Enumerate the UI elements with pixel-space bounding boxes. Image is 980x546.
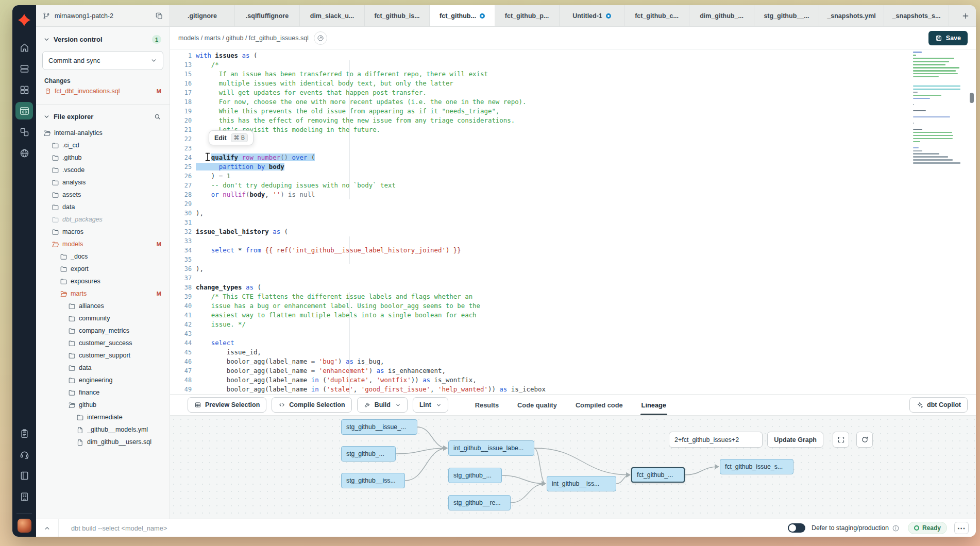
new-tab-button[interactable] xyxy=(955,5,976,26)
save-button[interactable]: Save xyxy=(928,31,968,45)
collapse-panel-button[interactable] xyxy=(36,519,59,537)
rail-item-clipboard[interactable] xyxy=(15,424,33,442)
results-tab-lineage[interactable]: Lineage xyxy=(641,395,666,415)
commit-and-sync-select[interactable]: Commit and sync xyxy=(42,51,163,70)
fullscreen-button[interactable] xyxy=(833,432,849,448)
rail-item-building[interactable] xyxy=(15,488,33,505)
tab-_snapshots_s...[interactable]: _snapshots_s... xyxy=(884,5,949,26)
tree-item-github[interactable]: github xyxy=(36,399,170,411)
explore-icon xyxy=(19,148,30,159)
tab-.sqlfluffignore[interactable]: .sqlfluffignore xyxy=(235,5,300,26)
folder-icon xyxy=(60,253,67,261)
more-options-button[interactable]: ⋯ xyxy=(954,522,969,534)
tab-fct_github_c...[interactable]: fct_github_c... xyxy=(624,5,689,26)
tree-item-.github[interactable]: .github xyxy=(36,151,170,164)
tree-item-finance[interactable]: finance xyxy=(36,386,170,399)
code-editor[interactable]: 1with issues as (13 /*15 If an issue has… xyxy=(170,49,976,394)
rail-item-orchestrate[interactable] xyxy=(15,123,33,141)
minimap[interactable] xyxy=(913,52,965,165)
lineage-node-int_github__issue_labe[interactable]: int_github__issue_labe... xyxy=(448,440,534,456)
tab-dim_github_...[interactable]: dim_github_... xyxy=(689,5,754,26)
tree-item-engineering[interactable]: engineering xyxy=(36,374,170,386)
preview-selection-button[interactable]: Preview Selection xyxy=(188,397,266,413)
edit-popup-button[interactable]: Edit xyxy=(214,134,227,142)
lineage-node-int_github__iss[interactable]: int_github__iss... xyxy=(547,476,616,491)
tree-item-analysis[interactable]: analysis xyxy=(36,176,170,189)
tree-item-alliances[interactable]: alliances xyxy=(36,300,170,312)
lint-button[interactable]: Lint xyxy=(413,397,448,413)
editor-scrollbar-thumb[interactable] xyxy=(970,93,974,103)
lineage-node-stg_github_[interactable]: stg_github_... xyxy=(341,446,396,462)
copy-path-button[interactable] xyxy=(314,31,327,45)
search-icon[interactable] xyxy=(154,113,161,121)
results-tab-results[interactable]: Results xyxy=(475,395,499,415)
lineage-node-stg_github__re[interactable]: stg_github__re... xyxy=(448,495,511,510)
rail-item-deploy[interactable] xyxy=(15,60,33,77)
line-number: 28 xyxy=(170,190,192,199)
version-control-header[interactable]: Version control 1 xyxy=(36,27,170,48)
tab-dim_slack_u...[interactable]: dim_slack_u... xyxy=(300,5,365,26)
tree-item-data[interactable]: data xyxy=(36,362,170,374)
rail-item-explore[interactable] xyxy=(15,144,33,162)
tab-fct_github_p...[interactable]: fct_github_p... xyxy=(495,5,560,26)
tree-item-internal-analytics[interactable]: internal-analytics xyxy=(36,127,170,139)
build-button[interactable]: Build xyxy=(357,397,408,413)
results-tab-compiled-code[interactable]: Compiled code xyxy=(576,395,623,415)
rail-item-catalog[interactable] xyxy=(15,81,33,98)
rail-item-develop[interactable] xyxy=(15,102,33,120)
indent-guide xyxy=(349,292,350,394)
lineage-node-stg_github__iss[interactable]: stg_github__iss... xyxy=(341,473,405,488)
defer-toggle[interactable] xyxy=(788,523,805,533)
tree-item-intermediate[interactable]: intermediate xyxy=(36,411,170,423)
tab-fct_github_is...[interactable]: fct_github_is... xyxy=(365,5,430,26)
tree-item-marts[interactable]: martsM xyxy=(36,287,170,300)
code-line-39: 39 /* This CTE flattens the different is… xyxy=(170,292,909,301)
tree-item-.vscode[interactable]: .vscode xyxy=(36,164,170,176)
file-explorer-header[interactable]: File explorer xyxy=(36,105,170,125)
tree-item-models[interactable]: modelsM xyxy=(36,238,170,250)
tab-Untitled-1[interactable]: Untitled-1 xyxy=(560,5,624,26)
lineage-selector-input[interactable]: 2+fct_github_issues+2 xyxy=(669,432,763,448)
compile-selection-button[interactable]: Compile Selection xyxy=(272,397,351,413)
tab-_snapshots.yml[interactable]: _snapshots.yml xyxy=(819,5,884,26)
command-input[interactable]: dbt build --select <model_name> xyxy=(71,524,788,532)
dbt-copilot-button[interactable]: dbt Copilot xyxy=(909,397,968,413)
tree-item-community[interactable]: community xyxy=(36,312,170,325)
folder-icon xyxy=(52,216,59,224)
tree-item-data[interactable]: data xyxy=(36,201,170,213)
code-line-31: 31 xyxy=(170,218,909,227)
info-icon[interactable] xyxy=(892,524,900,532)
tree-item-_docs[interactable]: _docs xyxy=(36,250,170,263)
branch-selector[interactable]: mirnawong1-patch-2 xyxy=(36,5,170,26)
lineage-node-stg_github_[interactable]: stg_github_... xyxy=(448,468,502,483)
tab-.gitignore[interactable]: .gitignore xyxy=(170,5,235,26)
user-avatar[interactable] xyxy=(18,519,31,533)
tree-item-assets[interactable]: assets xyxy=(36,189,170,201)
rail-item-home[interactable] xyxy=(15,39,33,56)
tree-item-exposures[interactable]: exposures xyxy=(36,275,170,287)
tree-item-customer_support[interactable]: customer_support xyxy=(36,349,170,362)
rail-item-headset[interactable] xyxy=(15,446,33,463)
rail-item-notebook[interactable] xyxy=(15,467,33,484)
changed-file-fct_dbt_invocations.sql[interactable]: fct_dbt_invocations.sqlM xyxy=(36,86,170,97)
tab-stg_github__...[interactable]: stg_github__... xyxy=(754,5,819,26)
tree-item-company_metrics[interactable]: company_metrics xyxy=(36,325,170,337)
lineage-edge xyxy=(685,467,719,475)
refresh-graph-button[interactable] xyxy=(856,432,873,448)
tree-item-macros[interactable]: macros xyxy=(36,226,170,238)
lineage-node-stg_github__issue_[interactable]: stg_github__issue_... xyxy=(341,419,417,435)
tree-item-export[interactable]: export xyxy=(36,263,170,275)
results-tab-code-quality[interactable]: Code quality xyxy=(517,395,557,415)
tree-item-dim_github__users.sql[interactable]: dim_github__users.sql xyxy=(36,436,170,448)
dbt-logo-icon[interactable] xyxy=(16,12,32,28)
tree-item-_github__models.yml[interactable]: _github__models.yml xyxy=(36,423,170,436)
tree-item-.ci_cd[interactable]: .ci_cd xyxy=(36,139,170,151)
update-graph-button[interactable]: Update Graph xyxy=(767,432,823,448)
lineage-node-fct_github_issue_s[interactable]: fct_github_issue_s... xyxy=(720,459,793,474)
copy-icon[interactable] xyxy=(155,12,163,20)
ready-indicator-icon xyxy=(914,525,919,531)
tab-fct_github...[interactable]: fct_github... xyxy=(430,5,495,26)
lineage-node-fct_github_[interactable]: fct_github_... xyxy=(631,467,685,483)
tree-item-customer_success[interactable]: customer_success xyxy=(36,337,170,349)
tree-item-dbt_packages[interactable]: dbt_packages xyxy=(36,213,170,226)
